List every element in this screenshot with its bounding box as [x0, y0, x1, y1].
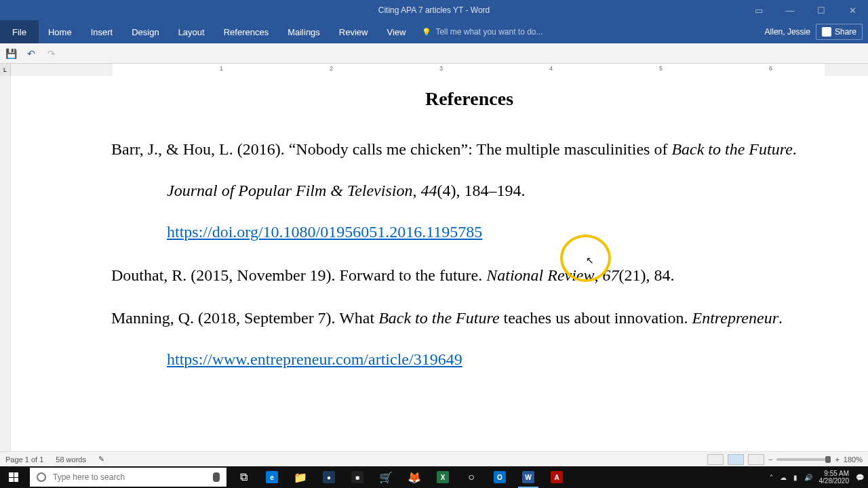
taskbar-excel[interactable]: X — [429, 466, 457, 488]
web-layout-button[interactable] — [748, 454, 764, 465]
zoom-out-button[interactable]: − — [768, 455, 772, 464]
hyperlink[interactable]: https://www.entrepreneur.com/article/319… — [167, 350, 462, 368]
title-bar: Citing APA 7 articles YT - Word ▭ — ☐ ✕ — [0, 0, 868, 20]
tab-layout[interactable]: Layout — [169, 20, 214, 43]
windows-icon — [9, 472, 18, 482]
ribbon-tabs: File Home Insert Design Layout Reference… — [0, 20, 868, 43]
cortana-icon — [37, 472, 46, 482]
close-button[interactable]: ✕ — [837, 0, 868, 20]
read-mode-button[interactable] — [707, 454, 724, 465]
taskbar-app-blue[interactable]: ● — [315, 466, 343, 488]
vertical-ruler[interactable] — [0, 76, 11, 466]
proofing-icon[interactable]: ✎ — [98, 455, 104, 464]
document-page[interactable]: References Barr, J., & Hou, L. (2016). “… — [11, 76, 868, 466]
save-icon[interactable]: 💾 — [5, 48, 16, 59]
tab-mailings[interactable]: Mailings — [278, 20, 330, 43]
volume-icon[interactable]: 🔊 — [804, 474, 812, 481]
reference-entry: Douthat, R. (2015, November 19). Forward… — [111, 255, 827, 296]
reference-entry: Barr, J., & Hou, L. (2016). “Nobody call… — [111, 129, 827, 253]
taskbar-task-view[interactable]: ⧉ — [229, 466, 258, 488]
tab-home[interactable]: Home — [39, 20, 81, 43]
tell-me-placeholder: Tell me what you want to do... — [435, 27, 542, 37]
ruler-corner: L — [0, 64, 11, 76]
taskbar-outlook[interactable]: O — [486, 466, 514, 488]
taskbar-edge[interactable]: e — [258, 466, 286, 488]
lightbulb-icon: 💡 — [422, 28, 431, 37]
share-button[interactable]: Share — [816, 24, 863, 40]
system-tray: ˄ ☁ ▮ 🔊 9:55 AM 4/28/2020 💬 — [770, 470, 869, 485]
taskbar-file-explorer[interactable]: 📁 — [286, 466, 315, 488]
tell-me-search[interactable]: 💡 Tell me what you want to do... — [422, 20, 542, 43]
start-button[interactable] — [0, 466, 27, 488]
page-indicator[interactable]: Page 1 of 1 — [5, 455, 43, 464]
redo-icon[interactable]: ↷ — [46, 48, 57, 59]
zoom-level[interactable]: 180% — [844, 455, 863, 464]
status-bar: Page 1 of 1 58 words ✎ − + 180% — [0, 451, 868, 466]
reference-entry: Manning, Q. (2018, September 7). What Ba… — [111, 298, 827, 380]
ruler: L 1 2 3 4 5 6 — [0, 64, 868, 76]
onedrive-icon[interactable]: ☁ — [780, 474, 787, 481]
window-title: Citing APA 7 articles YT - Word — [378, 5, 490, 15]
tab-view[interactable]: View — [377, 20, 415, 43]
help-ribbon-button[interactable]: ▭ — [743, 0, 774, 20]
taskbar-app-dark[interactable]: ■ — [343, 466, 372, 488]
hyperlink[interactable]: https://doi.org/10.1080/01956051.2016.11… — [167, 223, 482, 241]
document-area: References Barr, J., & Hou, L. (2016). “… — [0, 76, 868, 466]
print-layout-button[interactable] — [728, 454, 744, 465]
search-placeholder: Type here to search — [53, 472, 125, 482]
taskbar-apps: ⧉e📁●■🛒🦊X○OWA — [229, 466, 571, 488]
tab-design[interactable]: Design — [122, 20, 168, 43]
maximize-button[interactable]: ☐ — [806, 0, 837, 20]
zoom-in-button[interactable]: + — [835, 455, 839, 464]
clock[interactable]: 9:55 AM 4/28/2020 — [819, 470, 850, 485]
taskbar-store[interactable]: 🛒 — [372, 466, 400, 488]
notifications-icon[interactable]: 💬 — [856, 474, 864, 481]
tab-file[interactable]: File — [0, 20, 39, 43]
mic-icon — [213, 472, 220, 482]
taskbar-firefox[interactable]: 🦊 — [400, 466, 429, 488]
doc-heading: References — [111, 88, 827, 110]
tab-references[interactable]: References — [214, 20, 278, 43]
taskbar: Type here to search ⧉e📁●■🛒🦊X○OWA ˄ ☁ ▮ 🔊… — [0, 466, 868, 488]
word-count[interactable]: 58 words — [56, 455, 86, 464]
share-icon — [822, 27, 831, 37]
share-label: Share — [835, 27, 856, 37]
undo-icon[interactable]: ↶ — [26, 48, 37, 59]
minimize-button[interactable]: — — [774, 0, 806, 20]
user-name[interactable]: Allen, Jessie — [765, 27, 810, 37]
network-icon[interactable]: ▮ — [793, 474, 797, 481]
taskbar-word[interactable]: W — [514, 466, 542, 488]
window-controls: ▭ — ☐ ✕ — [743, 0, 868, 20]
horizontal-ruler[interactable]: 1 2 3 4 5 6 — [11, 64, 868, 76]
tray-chevron-icon[interactable]: ˄ — [770, 474, 773, 481]
tab-insert[interactable]: Insert — [81, 20, 123, 43]
quick-access-toolbar: 💾 ↶ ↷ — [0, 43, 868, 64]
taskbar-chrome[interactable]: ○ — [457, 466, 486, 488]
zoom-slider[interactable] — [776, 458, 831, 461]
tab-review[interactable]: Review — [330, 20, 378, 43]
taskbar-search[interactable]: Type here to search — [30, 468, 226, 487]
taskbar-acrobat[interactable]: A — [542, 466, 571, 488]
